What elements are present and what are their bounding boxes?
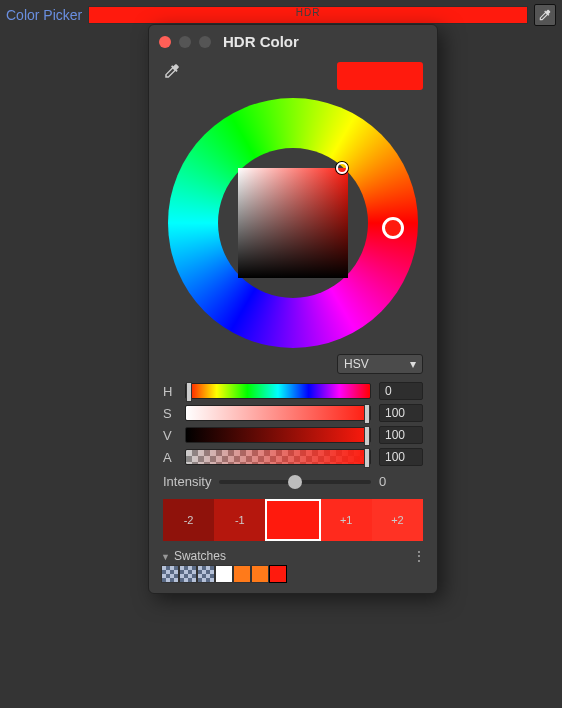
intensity-value-field[interactable]: 0: [379, 474, 423, 489]
intensity-slider[interactable]: [219, 480, 371, 484]
intensity-stop-plus-1[interactable]: +1: [321, 499, 372, 541]
a-label: A: [163, 450, 177, 465]
titlebar: HDR Color: [149, 25, 437, 54]
intensity-stop-0[interactable]: [265, 499, 320, 541]
v-slider[interactable]: [185, 427, 371, 443]
swatch-item[interactable]: [161, 565, 179, 583]
color-mode-value: HSV: [344, 357, 369, 371]
eyedropper-icon: [538, 8, 552, 22]
swatch-item[interactable]: [215, 565, 233, 583]
v-label: V: [163, 428, 177, 443]
hdr-badge: HDR: [296, 7, 321, 18]
chevron-down-icon: ▼: [161, 552, 170, 562]
swatches-menu-button[interactable]: ⋮: [411, 549, 427, 563]
sv-handle[interactable]: [336, 162, 348, 174]
a-slider[interactable]: [185, 449, 371, 465]
swatch-item[interactable]: [269, 565, 287, 583]
swatch-item[interactable]: [233, 565, 251, 583]
header-color-field[interactable]: HDR: [88, 6, 528, 24]
color-wheel[interactable]: [168, 98, 418, 348]
intensity-stop-minus-2[interactable]: -2: [163, 499, 214, 541]
swatch-item[interactable]: [197, 565, 215, 583]
a-value-field[interactable]: 100: [379, 448, 423, 466]
swatch-item[interactable]: [179, 565, 197, 583]
color-mode-dropdown[interactable]: HSV ▾: [337, 354, 423, 374]
h-label: H: [163, 384, 177, 399]
intensity-label: Intensity: [163, 474, 211, 489]
intensity-thumb[interactable]: [288, 475, 302, 489]
color-picker-label: Color Picker: [6, 7, 82, 23]
h-value-field[interactable]: 0: [379, 382, 423, 400]
s-label: S: [163, 406, 177, 421]
eyedropper-button[interactable]: [534, 4, 556, 26]
v-value-field[interactable]: 100: [379, 426, 423, 444]
h-slider[interactable]: [185, 383, 371, 399]
sv-square[interactable]: [238, 168, 348, 278]
panel-eyedropper-button[interactable]: [163, 62, 181, 83]
window-zoom-button[interactable]: [199, 36, 211, 48]
intensity-presets: -2 -1 +1 +2: [163, 499, 423, 541]
swatch-item[interactable]: [251, 565, 269, 583]
window-minimize-button[interactable]: [179, 36, 191, 48]
s-slider[interactable]: [185, 405, 371, 421]
swatches-foldout[interactable]: ▼Swatches: [161, 549, 226, 563]
swatches-strip: [149, 565, 437, 587]
intensity-stop-minus-1[interactable]: -1: [214, 499, 265, 541]
window-close-button[interactable]: [159, 36, 171, 48]
intensity-stop-plus-2[interactable]: +2: [372, 499, 423, 541]
chevron-down-icon: ▾: [410, 357, 416, 371]
hue-handle[interactable]: [382, 217, 404, 239]
eyedropper-icon: [163, 62, 181, 80]
current-color-swatch: [337, 62, 423, 90]
hdr-color-window: HDR Color HSV ▾ H 0 S 100 V 100: [148, 24, 438, 594]
window-title: HDR Color: [223, 33, 299, 50]
s-value-field[interactable]: 100: [379, 404, 423, 422]
